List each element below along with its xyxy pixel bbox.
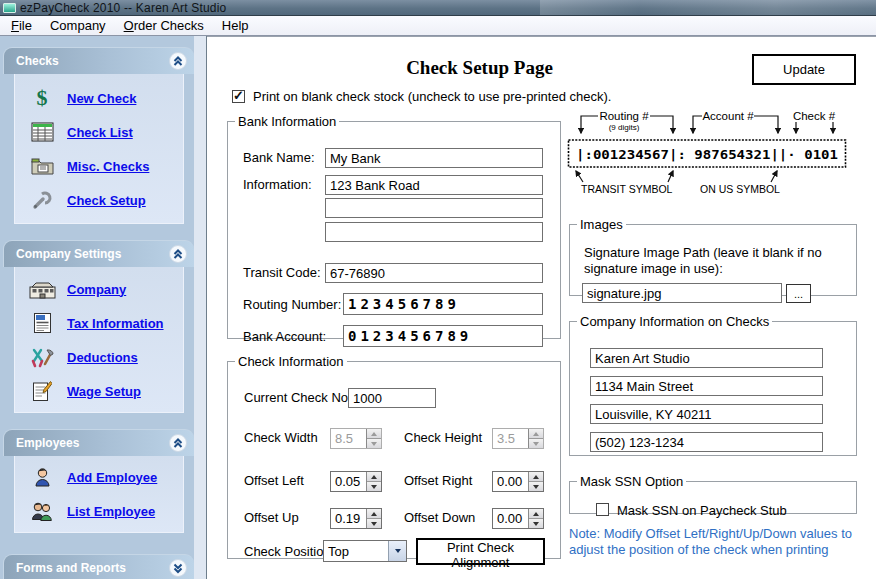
signature-path-input[interactable] xyxy=(582,283,782,303)
bank-information-legend: Bank Information xyxy=(235,114,339,129)
sidebar-header-forms-and-reports[interactable]: Forms and Reports xyxy=(3,554,194,579)
folder-icon xyxy=(28,156,56,176)
mask-ssn-checkbox[interactable] xyxy=(596,503,609,516)
routing-number-input[interactable] xyxy=(343,293,543,315)
spin-up-icon[interactable] xyxy=(529,472,543,481)
bank-information-input-3[interactable] xyxy=(325,222,543,242)
bank-information-group: Bank Information Bank Name: Information:… xyxy=(227,114,561,339)
sidebar-header-checks[interactable]: Checks xyxy=(3,47,194,74)
check-position-value: Top xyxy=(324,541,388,561)
routing-number-label: Routing Number: xyxy=(243,297,341,312)
spin-up-icon[interactable] xyxy=(367,509,381,518)
sidebar-header-employees[interactable]: Employees xyxy=(3,429,194,456)
spin-up-icon[interactable] xyxy=(529,509,543,518)
account-number-callout-label: Account # xyxy=(702,110,754,122)
sidebar-link-check-setup[interactable]: Check Setup xyxy=(67,193,146,208)
routing-digits-callout-label: (9 digits) xyxy=(609,123,640,132)
sidebar-panel-employees: Add Employee List Employee xyxy=(14,456,184,533)
check-information-group: Check Information Current Check No: Chec… xyxy=(227,354,561,559)
sidebar-item-misc-checks[interactable]: Misc. Checks xyxy=(15,149,183,183)
bank-account-input[interactable] xyxy=(343,325,543,347)
mask-ssn-legend: Mask SSN Option xyxy=(577,474,686,489)
company-street-input[interactable] xyxy=(590,376,823,396)
offset-down-label: Offset Down xyxy=(404,510,475,525)
company-city-input[interactable] xyxy=(590,404,823,424)
sidebar-panel-checks: $ New Check Check List Mi xyxy=(14,74,184,224)
print-check-alignment-button[interactable]: Print Check Alignment xyxy=(416,538,545,565)
spin-down-icon[interactable] xyxy=(367,518,381,528)
bank-information-input-2[interactable] xyxy=(325,198,543,218)
sidebar-header-label: Checks xyxy=(16,54,169,68)
update-button[interactable]: Update xyxy=(752,54,856,85)
sidebar-link-new-check[interactable]: New Check xyxy=(67,91,136,106)
spin-down-icon[interactable] xyxy=(367,481,381,491)
transit-code-input[interactable] xyxy=(325,263,543,283)
chevron-up-icon[interactable] xyxy=(169,434,187,452)
company-information-legend: Company Information on Checks xyxy=(577,314,772,329)
sidebar: Checks $ New Check xyxy=(0,36,207,579)
offset-down-spinner[interactable]: 0.00 xyxy=(492,508,544,529)
spin-up-icon xyxy=(367,429,381,438)
signature-path-label: Signature Image Path (leave it blank if … xyxy=(584,245,834,277)
sidebar-link-wage-setup[interactable]: Wage Setup xyxy=(67,384,141,399)
offset-right-label: Offset Right xyxy=(404,473,472,488)
sidebar-link-check-list[interactable]: Check List xyxy=(67,125,133,140)
sidebar-header-label: Forms and Reports xyxy=(16,561,169,575)
spin-up-icon[interactable] xyxy=(367,472,381,481)
check-position-select[interactable]: Top xyxy=(323,540,407,562)
sidebar-item-deductions[interactable]: Deductions xyxy=(15,340,183,374)
sidebar-link-add-employee[interactable]: Add Employee xyxy=(67,470,157,485)
sidebar-link-list-employee[interactable]: List Employee xyxy=(67,504,155,519)
sidebar-link-company[interactable]: Company xyxy=(67,282,126,297)
chevron-down-icon[interactable] xyxy=(388,541,406,561)
sidebar-item-check-setup[interactable]: Check Setup xyxy=(15,183,183,217)
check-number-callout-label: Check # xyxy=(793,110,836,122)
tools-icon xyxy=(28,347,56,368)
spin-down-icon xyxy=(367,438,381,448)
bank-name-input[interactable] xyxy=(325,148,543,168)
blank-stock-checkbox[interactable] xyxy=(232,90,245,103)
person-icon xyxy=(28,467,56,487)
current-check-no-input[interactable] xyxy=(348,388,436,408)
app-window: ezPayCheck 2010 -- Karen Art Studio File… xyxy=(0,0,876,579)
check-width-spinner: 8.5 xyxy=(330,428,382,449)
sidebar-section-forms-and-reports: Forms and Reports xyxy=(3,554,194,579)
offset-right-spinner[interactable]: 0.00 xyxy=(492,471,544,492)
company-name-input[interactable] xyxy=(590,348,823,368)
menu-company[interactable]: Company xyxy=(41,17,115,34)
sidebar-item-tax-information[interactable]: Tax Information xyxy=(15,306,183,340)
spin-down-icon[interactable] xyxy=(529,481,543,491)
sidebar-item-add-employee[interactable]: Add Employee xyxy=(15,460,183,494)
menu-order-checks[interactable]: Order Checks xyxy=(115,17,213,34)
mask-ssn-group: Mask SSN Option Mask SSN on Paycheck Stu… xyxy=(569,474,857,514)
sidebar-link-misc-checks[interactable]: Misc. Checks xyxy=(67,159,149,174)
company-phone-input[interactable] xyxy=(590,432,823,452)
chevron-down-icon[interactable] xyxy=(169,559,187,577)
spin-down-icon xyxy=(529,438,543,448)
bank-name-label: Bank Name: xyxy=(243,150,315,165)
sidebar-header-company-settings[interactable]: Company Settings xyxy=(3,240,194,267)
bank-account-label: Bank Account: xyxy=(243,329,326,344)
sidebar-link-deductions[interactable]: Deductions xyxy=(67,350,138,365)
blank-stock-checkbox-row: Print on blank check stock (uncheck to u… xyxy=(232,89,611,104)
sidebar-section-company-settings: Company Settings Company xyxy=(3,240,194,413)
current-check-no-label: Current Check No: xyxy=(244,390,352,405)
sidebar-link-tax-information[interactable]: Tax Information xyxy=(67,316,164,331)
menu-file[interactable]: File xyxy=(2,17,41,34)
chevron-up-icon[interactable] xyxy=(169,52,187,70)
sidebar-item-list-employee[interactable]: List Employee xyxy=(15,494,183,528)
chevron-up-icon[interactable] xyxy=(169,245,187,263)
title-bar[interactable]: ezPayCheck 2010 -- Karen Art Studio xyxy=(0,0,876,16)
offset-up-spinner[interactable]: 0.19 xyxy=(330,508,382,529)
offset-left-spinner[interactable]: 0.05 xyxy=(330,471,382,492)
micr-line-text: |:001234567|: 987654321||· 0101 xyxy=(576,147,838,162)
check-height-spinner: 3.5 xyxy=(492,428,544,449)
menu-help[interactable]: Help xyxy=(213,17,258,34)
bank-information-input-1[interactable] xyxy=(325,175,543,195)
sidebar-item-wage-setup[interactable]: Wage Setup xyxy=(15,374,183,408)
sidebar-item-new-check[interactable]: $ New Check xyxy=(15,81,183,115)
sidebar-item-company[interactable]: Company xyxy=(15,272,183,306)
spin-down-icon[interactable] xyxy=(529,518,543,528)
sidebar-item-check-list[interactable]: Check List xyxy=(15,115,183,149)
browse-button[interactable]: ... xyxy=(786,284,811,303)
